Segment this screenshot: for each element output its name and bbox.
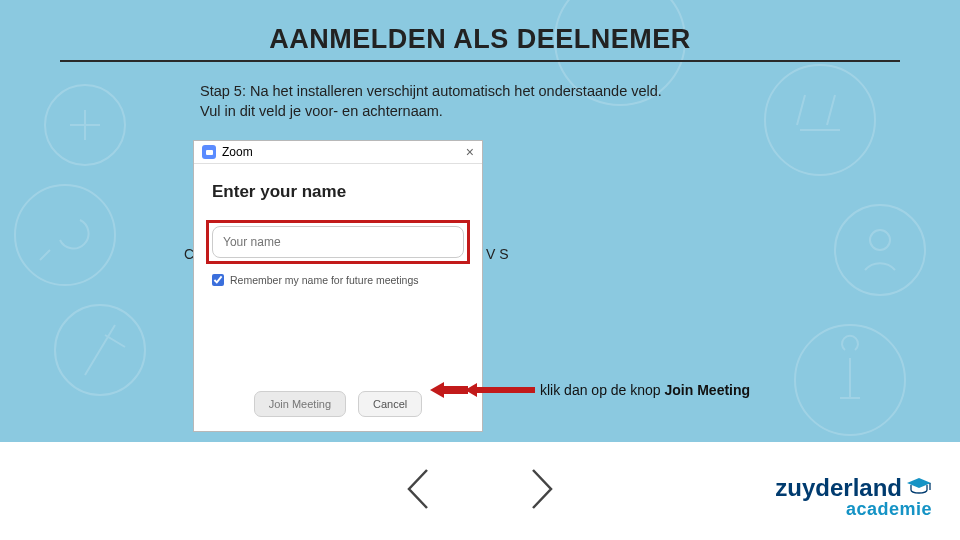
name-input[interactable] [212, 226, 464, 258]
svg-marker-8 [465, 383, 535, 397]
name-input-highlight [206, 220, 470, 264]
remember-label: Remember my name for future meetings [230, 274, 419, 286]
title-underline [60, 60, 900, 62]
join-meeting-button[interactable]: Join Meeting [254, 391, 346, 417]
dialog-titlebar: Zoom × [194, 141, 482, 164]
dialog-heading: Enter your name [212, 182, 464, 202]
brand-line2: academie [775, 500, 932, 518]
cancel-button[interactable]: Cancel [358, 391, 422, 417]
red-arrow-to-join-icon [430, 381, 470, 403]
dialog-app-name: Zoom [222, 145, 253, 159]
close-icon[interactable]: × [466, 145, 474, 159]
remember-row[interactable]: Remember my name for future meetings [212, 274, 464, 286]
svg-marker-7 [430, 382, 468, 398]
hint-bold: Join Meeting [665, 382, 751, 398]
step-instructions: Stap 5: Na het installeren verschijnt au… [200, 82, 820, 121]
nav-next-icon[interactable] [525, 466, 559, 516]
graduation-cap-icon [906, 476, 932, 496]
join-hint: klik dan op de knop Join Meeting [540, 382, 750, 398]
nav-prev-icon[interactable] [401, 466, 435, 516]
slide-footer: zuyderland academie [0, 442, 960, 540]
bg-letter-right: V S [486, 246, 509, 262]
step-line-2: Vul in dit veld je voor- en achternaam. [200, 103, 443, 119]
red-arrow-bar-icon [465, 381, 537, 403]
brand-line1: zuyderland [775, 476, 902, 500]
hint-prefix: klik dan op de knop [540, 382, 665, 398]
brand-logo: zuyderland academie [775, 476, 932, 518]
step-line-1: Stap 5: Na het installeren verschijnt au… [200, 83, 662, 99]
zoom-icon [202, 145, 216, 159]
checkbox-remember[interactable] [212, 274, 224, 286]
page-title: AANMELDEN ALS DEELNEMER [0, 24, 960, 55]
